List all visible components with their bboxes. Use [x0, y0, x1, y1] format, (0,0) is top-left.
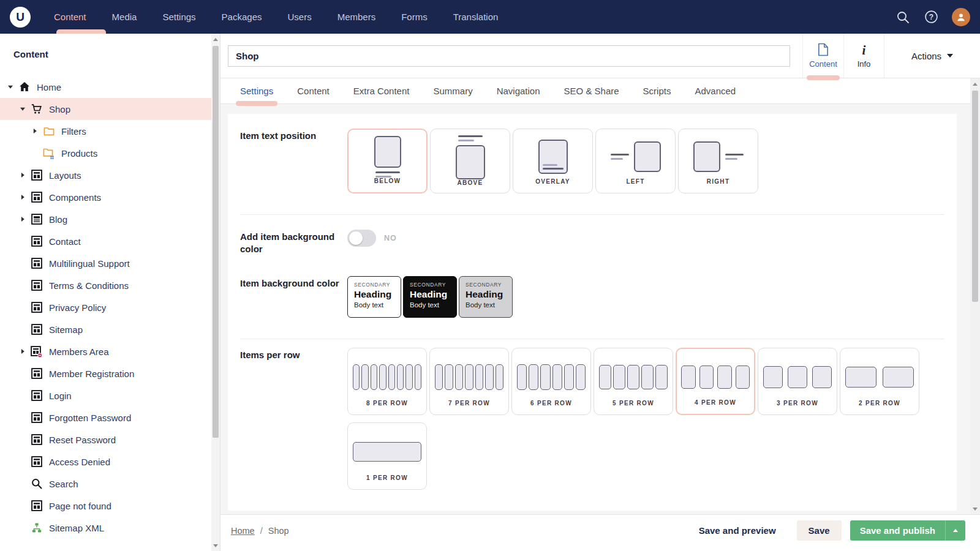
- tree-item-sitemap-xml[interactable]: Sitemap XML: [0, 517, 212, 539]
- caret-right-icon[interactable]: [18, 216, 27, 222]
- breadcrumb-separator: /: [260, 526, 263, 536]
- actions-button[interactable]: Actions: [884, 51, 980, 61]
- tree-item-filters[interactable]: Filters: [0, 120, 212, 142]
- main-scrollbar[interactable]: [970, 78, 980, 514]
- item-text-position-option-above[interactable]: ABOVE: [430, 129, 510, 193]
- tab-scripts[interactable]: Scripts: [643, 78, 671, 103]
- tree-item-login[interactable]: Login: [0, 384, 212, 407]
- tree-item-members-area[interactable]: Members Area: [0, 340, 212, 362]
- items-per-row-option-2[interactable]: 2 PER ROW: [840, 348, 919, 415]
- publish-options-caret[interactable]: [945, 520, 965, 541]
- caret-down-icon[interactable]: [18, 106, 27, 112]
- tab-content[interactable]: Content: [297, 78, 330, 103]
- save-and-publish-button[interactable]: Save and publish: [850, 520, 965, 541]
- items-per-row-option-8[interactable]: 8 PER ROW: [347, 348, 427, 415]
- items-per-row-option-6[interactable]: 6 PER ROW: [511, 348, 591, 415]
- item-text-position-option-left[interactable]: LEFT: [595, 129, 676, 193]
- layout-icon: [31, 456, 42, 467]
- scroll-up-arrow[interactable]: [970, 80, 980, 88]
- background-color-swatch-light[interactable]: SECONDARY Heading Body text: [347, 276, 401, 318]
- item-text-position-option-below[interactable]: BELOW: [347, 129, 428, 193]
- save-and-preview-button[interactable]: Save and preview: [699, 525, 776, 536]
- tree-item-home[interactable]: Home: [0, 76, 212, 98]
- tab-navigation[interactable]: Navigation: [497, 78, 540, 103]
- group-item-text-position: Item text position BELOW ABOVE OVERLAY L…: [240, 114, 944, 214]
- background-color-toggle[interactable]: [347, 230, 376, 247]
- editor-tab-label: SEO & Share: [564, 86, 619, 96]
- tree-item-label: Reset Password: [49, 435, 116, 445]
- save-button[interactable]: Save: [797, 520, 842, 541]
- tab-summary[interactable]: Summary: [433, 78, 472, 103]
- header-tab-info[interactable]: i Info: [843, 34, 884, 78]
- tree-item-label: Search: [49, 479, 78, 489]
- scroll-up-arrow[interactable]: [211, 35, 220, 43]
- item-text-position-option-right[interactable]: RIGHT: [678, 129, 758, 193]
- layout-icon: [31, 434, 42, 445]
- topnav-item-settings[interactable]: Settings: [162, 0, 221, 34]
- caret-right-icon[interactable]: [18, 172, 27, 178]
- tree-item-multilingual-support[interactable]: Multilingual Support: [0, 252, 212, 274]
- help-icon[interactable]: ?: [924, 10, 938, 24]
- items-per-row-option-3[interactable]: 3 PER ROW: [758, 348, 837, 415]
- items-per-row-option-5[interactable]: 5 PER ROW: [594, 348, 673, 415]
- tree-item-forgotten-password[interactable]: Forgotten Password: [0, 407, 212, 429]
- sidebar-scrollbar[interactable]: [211, 34, 220, 551]
- tree-item-sitemap[interactable]: Sitemap: [0, 318, 212, 340]
- topnav-item-content[interactable]: Content: [54, 0, 112, 34]
- search-icon[interactable]: [895, 10, 910, 24]
- scroll-down-arrow[interactable]: [211, 541, 220, 550]
- tree-item-products[interactable]: Products: [0, 142, 212, 164]
- tree-item-label: Contact: [49, 236, 81, 247]
- topnav-item-translation[interactable]: Translation: [453, 0, 524, 34]
- tree-item-shop[interactable]: Shop: [0, 98, 212, 120]
- scrollbar-thumb[interactable]: [213, 46, 219, 438]
- caret-right-icon[interactable]: [18, 348, 27, 354]
- scroll-down-arrow[interactable]: [970, 504, 980, 513]
- header-tab-content[interactable]: Content: [802, 34, 843, 78]
- tree-item-blog[interactable]: Blog: [0, 208, 212, 230]
- layout-badge-icon: [31, 346, 42, 357]
- tree-item-layouts[interactable]: Layouts: [0, 164, 212, 186]
- tree-item-privacy-policy[interactable]: Privacy Policy: [0, 296, 212, 318]
- tree-item-member-registration[interactable]: Member Registration: [0, 362, 212, 384]
- topnav-item-forms[interactable]: Forms: [401, 0, 453, 34]
- toggle-knob: [349, 231, 363, 245]
- item-text-position-option-overlay[interactable]: OVERLAY: [513, 129, 593, 193]
- tree-item-page-not-found[interactable]: Page not found: [0, 495, 212, 517]
- tree-item-terms-conditions[interactable]: Terms & Conditions: [0, 274, 212, 296]
- tree-item-reset-password[interactable]: Reset Password: [0, 429, 212, 451]
- tab-advanced[interactable]: Advanced: [695, 78, 736, 103]
- swatch-heading: Heading: [354, 289, 394, 300]
- items-per-row-option-4[interactable]: 4 PER ROW: [676, 348, 755, 415]
- breadcrumb-home-link[interactable]: Home: [231, 526, 255, 536]
- tree-item-access-denied[interactable]: Access Denied: [0, 451, 212, 473]
- topnav-item-users[interactable]: Users: [287, 0, 337, 34]
- editor-tab-label: Navigation: [497, 86, 540, 96]
- editor-footer: Home / Shop Save and preview Save Save a…: [221, 514, 980, 551]
- topnav-item-media[interactable]: Media: [112, 0, 163, 34]
- position-illustration: [679, 135, 758, 178]
- tree-item-contact[interactable]: Contact: [0, 230, 212, 252]
- items-per-row-option-1[interactable]: 1 PER ROW: [347, 422, 427, 490]
- tree-item-search[interactable]: Search: [0, 473, 212, 495]
- tab-settings[interactable]: Settings: [240, 78, 273, 103]
- background-color-swatch-gray[interactable]: SECONDARY Heading Body text: [459, 276, 513, 318]
- background-color-swatch-dark[interactable]: SECONDARY Heading Body text: [403, 276, 457, 318]
- tab-seo-share[interactable]: SEO & Share: [564, 78, 619, 103]
- tree-item-components[interactable]: Components: [0, 186, 212, 208]
- umbraco-logo[interactable]: U: [10, 7, 31, 28]
- layout-icon: [31, 368, 42, 379]
- layout-icon: [31, 236, 42, 247]
- user-avatar[interactable]: [952, 8, 970, 26]
- items-per-row-option-7[interactable]: 7 PER ROW: [429, 348, 509, 415]
- caret-down-icon[interactable]: [6, 84, 15, 90]
- swatch-eyebrow: SECONDARY: [354, 282, 394, 288]
- scrollbar-thumb[interactable]: [972, 91, 978, 302]
- content-title-input[interactable]: [228, 45, 790, 67]
- swatch-body: Body text: [466, 301, 506, 309]
- caret-right-icon[interactable]: [18, 194, 27, 200]
- topnav-item-packages[interactable]: Packages: [222, 0, 288, 34]
- topnav-item-members[interactable]: Members: [337, 0, 402, 34]
- tab-extra-content[interactable]: Extra Content: [353, 78, 410, 103]
- caret-right-icon[interactable]: [31, 128, 39, 134]
